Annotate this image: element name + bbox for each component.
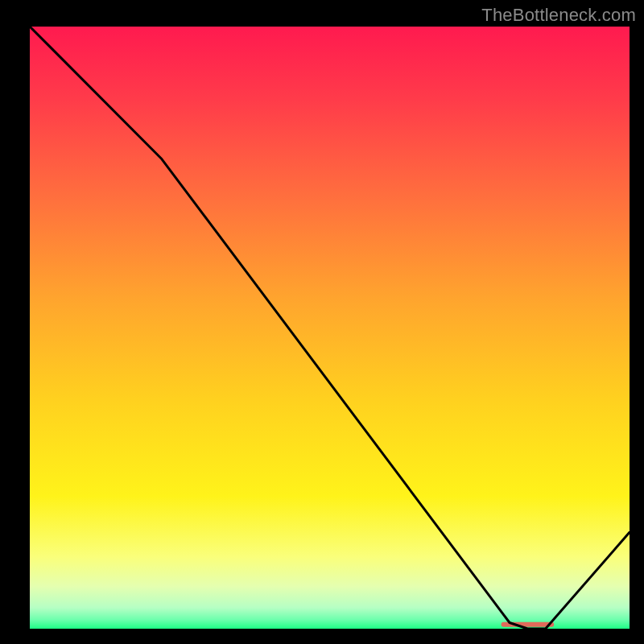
chart-svg <box>0 0 644 644</box>
watermark-label: TheBottleneck.com <box>481 5 636 26</box>
chart-container: TheBottleneck.com <box>0 0 644 644</box>
